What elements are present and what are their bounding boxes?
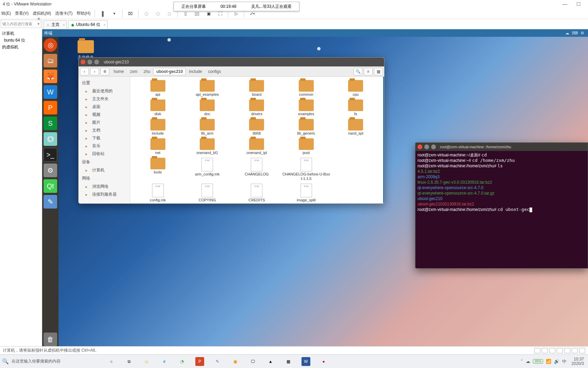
- file-manager-window[interactable]: uboot-gec210 ‹ › 🖥 homezxmzhuuboot-gec21…: [78, 57, 385, 204]
- breadcrumb-configs[interactable]: configs: [205, 68, 224, 75]
- wps-sheet-icon[interactable]: S: [44, 117, 57, 130]
- device-cd-icon[interactable]: [542, 348, 548, 353]
- menu-edit[interactable]: 辑(E): [1, 11, 11, 16]
- wps-present-icon[interactable]: P: [44, 101, 57, 114]
- window-max-button[interactable]: [94, 60, 99, 64]
- battery-status[interactable]: 99%: [533, 359, 543, 364]
- terminal-window[interactable]: root@zxm-virtual-machine: /home/zxm/zhu …: [415, 142, 588, 269]
- tree-vm[interactable]: buntu 64 位: [2, 37, 40, 44]
- sidebar-item[interactable]: ▸文档: [79, 126, 130, 134]
- vmware-icon[interactable]: ▣: [231, 357, 240, 366]
- snapshot-manager-button[interactable]: ◌: [166, 10, 173, 17]
- sidebar-item[interactable]: ▸连接到服务器: [79, 190, 130, 198]
- file-item[interactable]: net: [133, 138, 182, 156]
- network-icon[interactable]: ☁: [564, 31, 571, 35]
- window-close-button[interactable]: [418, 144, 422, 149]
- nav-forward-button[interactable]: ›: [90, 68, 99, 75]
- file-item[interactable]: lib_arm: [182, 118, 232, 136]
- file-item[interactable]: lib_generic: [281, 118, 331, 136]
- disk-icon[interactable]: 💿: [44, 132, 57, 146]
- window-min-button[interactable]: [87, 60, 92, 64]
- dropdown-icon[interactable]: ▾: [37, 21, 39, 26]
- device-sound-icon[interactable]: [564, 348, 570, 353]
- send-ctrl-alt-del-button[interactable]: ⌧: [127, 10, 134, 17]
- sidebar-item[interactable]: ▸浏览网络: [79, 183, 130, 190]
- tray-up-icon[interactable]: ˄: [521, 359, 523, 364]
- sidebar-item[interactable]: ▸视频: [79, 111, 130, 119]
- wps-writer-icon[interactable]: W: [44, 85, 57, 99]
- file-item[interactable]: common: [281, 79, 331, 97]
- menu-view[interactable]: 查看(V): [15, 11, 29, 16]
- sidebar-item[interactable]: ▸主文件夹: [79, 95, 130, 103]
- cortana-icon[interactable]: ○: [107, 357, 116, 366]
- sidebar-item[interactable]: ▸最近使用的: [79, 87, 130, 95]
- search-button[interactable]: 🔍: [354, 68, 362, 75]
- file-item[interactable]: onenand_ipl: [232, 138, 281, 156]
- maximize-button[interactable]: ☐: [572, 1, 585, 7]
- xournal-icon[interactable]: ✎: [213, 357, 222, 366]
- breadcrumb-zxm[interactable]: zxm: [127, 68, 141, 75]
- device-disp-icon[interactable]: [579, 348, 585, 353]
- file-item[interactable]: # txtCOPYING: [182, 183, 232, 203]
- system-icon[interactable]: ⚙: [578, 31, 586, 35]
- explorer-icon[interactable]: 🗂: [142, 357, 151, 366]
- device-net-icon[interactable]: [549, 348, 555, 353]
- file-item[interactable]: board: [232, 79, 281, 97]
- file-item[interactable]: onenand_bl1: [182, 138, 232, 156]
- window-close-button[interactable]: [81, 60, 85, 64]
- edge-icon[interactable]: e: [160, 357, 169, 366]
- powerpoint-icon[interactable]: P: [195, 357, 204, 366]
- window-max-button[interactable]: [431, 144, 436, 149]
- tree-root[interactable]: 计算机: [2, 30, 40, 37]
- file-item[interactable]: # txtCHANGELOG-before-U-Boot-1.1.5: [281, 157, 331, 182]
- tray-cloud-icon[interactable]: ☁: [526, 359, 530, 364]
- breadcrumb-include[interactable]: include: [186, 68, 205, 75]
- file-item[interactable]: cpu: [331, 79, 380, 97]
- dash-icon[interactable]: ◎: [44, 38, 57, 52]
- file-item[interactable]: # txtconfig.mk: [133, 183, 182, 203]
- listview-button[interactable]: ≡: [364, 68, 373, 75]
- recorder-icon[interactable]: ●: [319, 357, 328, 366]
- file-item[interactable]: # txtCREDITS: [232, 183, 281, 203]
- sidebar-item[interactable]: ▸图片: [79, 119, 130, 126]
- sidebar-item[interactable]: ▸下载: [79, 134, 130, 142]
- menu-help[interactable]: 帮助(H): [77, 11, 91, 16]
- keyboard-icon[interactable]: ⌨: [571, 31, 578, 35]
- photos-icon[interactable]: ▲: [266, 357, 275, 366]
- file-grid[interactable]: apiapi_examplesboardcommoncpudiskdocdriv…: [130, 77, 384, 203]
- nav-back-button[interactable]: ‹: [80, 68, 89, 75]
- file-item[interactable]: post: [281, 138, 331, 156]
- securecrt-icon[interactable]: 🖵: [248, 357, 257, 366]
- tab-ubuntu[interactable]: ◆ Ubuntu 64 位 ×: [68, 20, 108, 29]
- file-manager-titlebar[interactable]: uboot-gec210: [79, 58, 384, 66]
- terminal-icon[interactable]: >_: [44, 148, 57, 162]
- menu-tabs[interactable]: 选项卡(T): [55, 11, 72, 16]
- file-item[interactable]: tools: [133, 157, 182, 182]
- settings-icon[interactable]: ⚙: [44, 164, 57, 177]
- minimize-button[interactable]: —: [558, 1, 572, 7]
- qt-icon[interactable]: Qt: [44, 179, 57, 193]
- file-item[interactable]: examples: [281, 99, 331, 117]
- file-item[interactable]: doc: [182, 99, 232, 117]
- tab-home[interactable]: ⌂ 主页 ×: [44, 20, 67, 29]
- close-icon[interactable]: ×: [37, 16, 40, 21]
- breadcrumb-zhu[interactable]: zhu: [141, 68, 153, 75]
- file-item[interactable]: fs: [331, 99, 380, 117]
- calculator-icon[interactable]: ▦: [284, 357, 293, 366]
- sidebar-item[interactable]: ▸音乐: [79, 142, 130, 150]
- file-item[interactable]: api: [133, 79, 182, 97]
- file-item[interactable]: nand_spl: [331, 118, 380, 136]
- snapshot-take-button[interactable]: ◌: [143, 10, 150, 17]
- power-dropdown[interactable]: ▼: [111, 10, 118, 17]
- nav-computer-icon[interactable]: 🖥: [100, 68, 109, 75]
- gridview-button[interactable]: ▦: [374, 68, 383, 75]
- terminal-titlebar[interactable]: root@zxm-virtual-machine: /home/zxm/zhu: [415, 143, 588, 151]
- snapshot-revert-button[interactable]: ◌: [154, 10, 162, 17]
- window-min-button[interactable]: [424, 144, 429, 149]
- file-item[interactable]: # txtCHANGELOG: [232, 157, 281, 182]
- tab-close-icon[interactable]: ×: [103, 23, 105, 27]
- file-item[interactable]: drivers: [232, 99, 281, 117]
- sidebar-item[interactable]: ▸回收站: [79, 150, 130, 158]
- file-item[interactable]: api_examples: [182, 79, 232, 97]
- tree-mine[interactable]: 的虚拟机: [2, 44, 40, 50]
